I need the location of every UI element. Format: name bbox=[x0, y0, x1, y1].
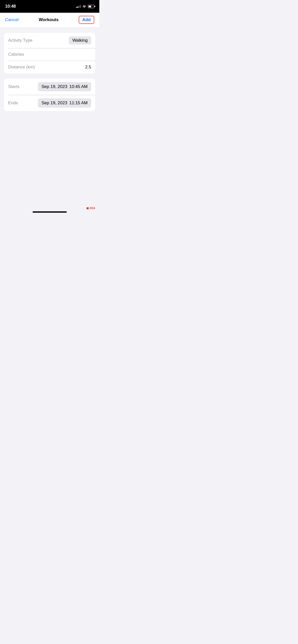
ends-label: Ends bbox=[8, 100, 18, 106]
distance-value: 2.5 bbox=[85, 65, 91, 70]
activity-type-label: Activity Type bbox=[8, 38, 32, 43]
distance-row[interactable]: Distance (km) 2.5 bbox=[4, 61, 95, 74]
ends-time: 11:15 AM bbox=[69, 100, 88, 106]
signal-icon bbox=[76, 5, 81, 8]
page-title: Workouts bbox=[39, 17, 59, 22]
starts-date: Sep 19, 2023 bbox=[42, 84, 67, 89]
battery-icon bbox=[88, 5, 94, 8]
starts-datetime-badge[interactable]: Sep 19, 2023 10:45 AM bbox=[38, 82, 91, 91]
wifi-icon bbox=[82, 5, 86, 8]
xda-watermark: XDA bbox=[87, 207, 95, 210]
calories-label: Calories bbox=[8, 52, 24, 57]
starts-row[interactable]: Starts Sep 19, 2023 10:45 AM bbox=[4, 79, 95, 95]
add-button[interactable]: Add bbox=[79, 16, 94, 24]
distance-label: Distance (km) bbox=[8, 65, 35, 70]
ends-date: Sep 19, 2023 bbox=[42, 100, 67, 106]
time-card: Starts Sep 19, 2023 10:45 AM Ends Sep 19… bbox=[4, 79, 95, 111]
cancel-button[interactable]: Cancel bbox=[5, 16, 19, 23]
ends-datetime-badge[interactable]: Sep 19, 2023 11:15 AM bbox=[38, 98, 91, 108]
status-bar: 10:48 bbox=[0, 0, 99, 13]
activity-type-row[interactable]: Activity Type Walking bbox=[4, 33, 95, 48]
calories-row[interactable]: Calories bbox=[4, 48, 95, 61]
starts-time: 10:45 AM bbox=[69, 84, 88, 89]
nav-bar: Cancel Workouts Add bbox=[0, 13, 99, 28]
status-time: 10:48 bbox=[5, 4, 16, 9]
starts-label: Starts bbox=[8, 84, 19, 89]
activity-card: Activity Type Walking Calories Distance … bbox=[4, 33, 95, 74]
activity-type-value[interactable]: Walking bbox=[69, 36, 91, 45]
status-icons bbox=[76, 5, 94, 8]
content-area: Activity Type Walking Calories Distance … bbox=[0, 28, 99, 116]
home-indicator bbox=[33, 211, 67, 213]
ends-row[interactable]: Ends Sep 19, 2023 11:15 AM bbox=[4, 95, 95, 111]
